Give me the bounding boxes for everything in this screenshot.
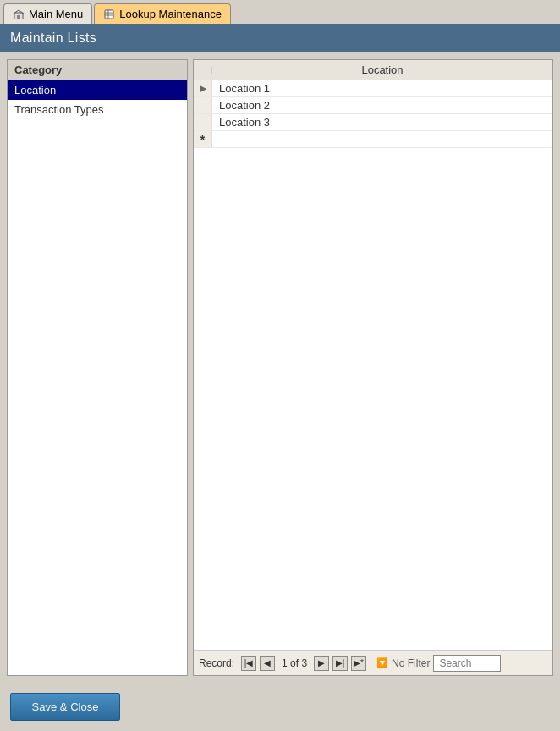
grid-header: Location: [194, 60, 552, 80]
svg-rect-1: [17, 15, 20, 19]
main-content: Category Location Transaction Types Loca…: [0, 52, 560, 683]
tab-main-menu-label: Main Menu: [29, 8, 83, 20]
nav-prev-button[interactable]: ◀: [260, 656, 275, 671]
cell-location-1[interactable]: Location 1: [212, 80, 552, 96]
main-window: Main Menu Lookup Maintenance Maintain Li…: [0, 0, 560, 731]
tab-main-menu[interactable]: Main Menu: [3, 3, 92, 24]
row-indicator-1: ▶: [194, 80, 212, 96]
data-panel: Location ▶ Location 1 Location 2 Locatio…: [193, 59, 553, 676]
tab-lookup-maintenance-label: Lookup Maintenance: [119, 8, 222, 20]
cell-new[interactable]: [212, 131, 552, 147]
cell-location-3[interactable]: Location 3: [212, 114, 552, 130]
table-row-new[interactable]: *: [194, 131, 552, 148]
page-title: Maintain Lists: [0, 24, 560, 52]
record-info: 1 of 3: [282, 657, 307, 669]
filter-icon: 🔽: [376, 657, 388, 668]
category-header: Category: [8, 60, 187, 80]
svg-rect-2: [105, 10, 113, 19]
table-row[interactable]: ▶ Location 1: [194, 80, 552, 97]
table-row[interactable]: Location 2: [194, 97, 552, 114]
table-row[interactable]: Location 3: [194, 114, 552, 131]
table-icon: [103, 8, 115, 20]
column-header-location: Location: [212, 60, 552, 80]
tab-lookup-maintenance[interactable]: Lookup Maintenance: [94, 3, 231, 24]
tab-bar: Main Menu Lookup Maintenance: [0, 0, 560, 24]
bottom-area: Save & Close: [0, 683, 560, 731]
no-filter-label: No Filter: [392, 657, 430, 669]
category-item-transaction-types[interactable]: Transaction Types: [8, 100, 187, 119]
row-indicator-3: [194, 114, 212, 130]
navigation-bar: Record: |◀ ◀ 1 of 3 ▶ ▶| ▶* 🔽 No Filter: [194, 650, 552, 675]
grid-body: ▶ Location 1 Location 2 Location 3 *: [194, 80, 552, 650]
nav-next-button[interactable]: ▶: [314, 656, 329, 671]
grid-empty-area: [194, 148, 552, 650]
nav-last-button[interactable]: ▶|: [332, 656, 348, 671]
category-item-location[interactable]: Location: [8, 80, 187, 100]
filter-area: 🔽 No Filter: [376, 657, 430, 669]
search-input[interactable]: [433, 655, 501, 672]
row-indicator-new: *: [194, 131, 212, 147]
row-indicator-header: [194, 67, 212, 74]
cell-location-2[interactable]: Location 2: [212, 97, 552, 113]
nav-new-button[interactable]: ▶*: [351, 656, 366, 671]
record-label: Record:: [199, 657, 234, 669]
category-panel: Category Location Transaction Types: [7, 59, 188, 676]
nav-first-button[interactable]: |◀: [241, 656, 256, 671]
home-icon: [13, 8, 25, 20]
save-close-button[interactable]: Save & Close: [10, 693, 120, 721]
row-indicator-2: [194, 97, 212, 113]
